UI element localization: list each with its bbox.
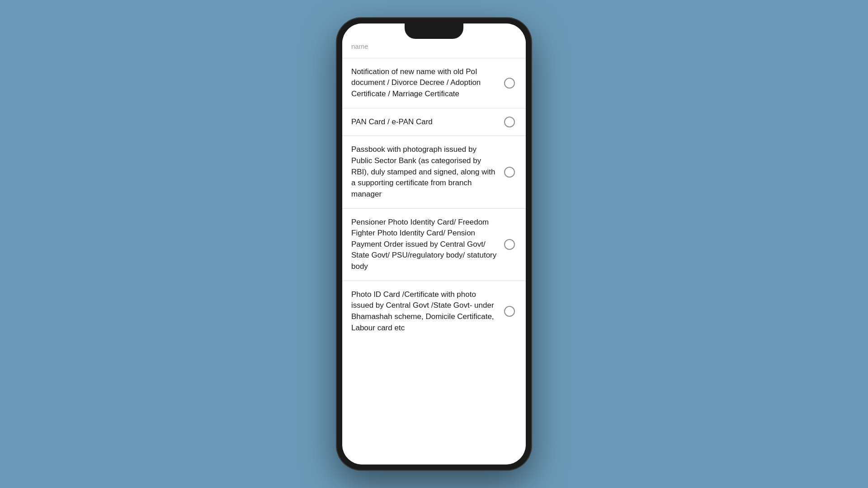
radio-button[interactable] xyxy=(504,167,515,178)
list-item-text: Notification of new name with old PoI do… xyxy=(351,66,497,100)
radio-button[interactable] xyxy=(504,78,515,89)
list-item-text: Photo ID Card /Certificate with photo is… xyxy=(351,289,497,334)
list-item[interactable]: Passbook with photograph issued by Publi… xyxy=(342,136,526,208)
phone-container: name Notification of new name with old P… xyxy=(337,18,531,470)
list-item[interactable]: Notification of new name with old PoI do… xyxy=(342,58,526,108)
list-item-text: Pensioner Photo Identity Card/ Freedom F… xyxy=(351,217,497,272)
list-item[interactable]: PAN Card / e-PAN Card xyxy=(342,108,526,136)
screen-content: name Notification of new name with old P… xyxy=(342,23,526,465)
phone-notch xyxy=(405,23,463,39)
list-item-text: Passbook with photograph issued by Publi… xyxy=(351,144,497,200)
radio-button[interactable] xyxy=(504,306,515,317)
radio-button[interactable] xyxy=(504,117,515,127)
document-list: name Notification of new name with old P… xyxy=(342,23,526,342)
list-item-text: PAN Card / e-PAN Card xyxy=(351,117,497,128)
list-item[interactable]: Photo ID Card /Certificate with photo is… xyxy=(342,281,526,342)
radio-button[interactable] xyxy=(504,239,515,250)
list-item[interactable]: Pensioner Photo Identity Card/ Freedom F… xyxy=(342,209,526,281)
list-item-text: name xyxy=(351,42,508,52)
phone-screen: name Notification of new name with old P… xyxy=(342,23,526,465)
